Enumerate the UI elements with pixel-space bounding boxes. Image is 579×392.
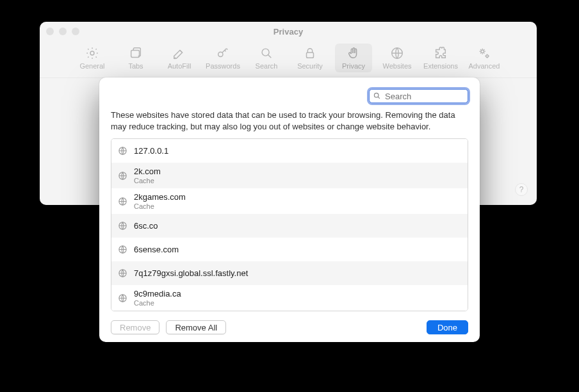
- website-row[interactable]: 6sense.com: [111, 238, 468, 261]
- globe-icon: [118, 197, 127, 206]
- svg-point-0: [90, 51, 94, 55]
- sheet-button-row: Remove Remove All Done: [111, 311, 468, 334]
- traffic-lights[interactable]: [46, 28, 79, 35]
- preferences-toolbar: General Tabs AutoFill Passwords: [40, 41, 537, 78]
- website-domain: 2kgames.com: [134, 192, 186, 202]
- website-row[interactable]: 2k.com Cache: [111, 163, 468, 188]
- website-domain: 6sc.co: [134, 221, 158, 231]
- zoom-dot[interactable]: [72, 28, 79, 35]
- tab-general[interactable]: General: [74, 44, 111, 72]
- website-data-sheet: These websites have stored data that can…: [99, 78, 480, 342]
- gears-icon: [477, 46, 491, 60]
- window-title: Privacy: [273, 27, 303, 37]
- search-field[interactable]: [369, 89, 468, 103]
- minimize-dot[interactable]: [59, 28, 67, 35]
- search-input[interactable]: [369, 89, 468, 103]
- remove-all-button[interactable]: Remove All: [166, 320, 226, 334]
- globe-icon: [118, 245, 127, 254]
- lock-icon: [303, 46, 317, 60]
- svg-rect-4: [307, 53, 314, 58]
- svg-point-3: [262, 49, 269, 56]
- website-row[interactable]: 127.0.0.1: [111, 139, 468, 163]
- website-detail: Cache: [134, 299, 181, 307]
- key-icon: [216, 46, 230, 60]
- puzzle-icon: [434, 46, 448, 60]
- search-icon: [259, 46, 273, 60]
- website-row[interactable]: 9c9media.ca Cache: [111, 285, 468, 311]
- website-domain: 2k.com: [134, 167, 161, 176]
- website-domain: 6sense.com: [134, 245, 179, 254]
- done-button[interactable]: Done: [427, 320, 468, 334]
- svg-point-2: [218, 52, 223, 56]
- tab-autofill[interactable]: AutoFill: [161, 44, 198, 72]
- website-row[interactable]: 6sc.co: [111, 214, 468, 238]
- website-row[interactable]: 2kgames.com Cache: [111, 188, 468, 214]
- website-detail: Cache: [134, 202, 186, 210]
- globe-icon: [118, 146, 127, 156]
- svg-point-8: [374, 93, 379, 97]
- website-domain: 7q1z79gxsi.global.ssl.fastly.net: [134, 268, 248, 278]
- remove-button[interactable]: Remove: [111, 320, 159, 334]
- search-icon: [373, 92, 381, 100]
- tab-security[interactable]: Security: [291, 44, 329, 72]
- globe-icon: [118, 293, 127, 303]
- gear-icon: [85, 46, 99, 60]
- help-button[interactable]: ?: [515, 183, 528, 196]
- svg-rect-1: [131, 50, 140, 57]
- svg-point-7: [486, 55, 489, 58]
- globe-icon: [118, 268, 127, 278]
- autofill-icon: [172, 46, 186, 60]
- titlebar: Privacy: [40, 22, 537, 41]
- website-row[interactable]: 7q1z79gxsi.global.ssl.fastly.net: [111, 261, 468, 285]
- website-domain: 127.0.0.1: [134, 146, 168, 156]
- website-detail: Cache: [134, 177, 161, 184]
- globe-icon: [390, 46, 404, 60]
- hand-icon: [347, 46, 361, 60]
- close-dot[interactable]: [46, 28, 54, 35]
- tab-tabs[interactable]: Tabs: [117, 44, 154, 72]
- tab-websites[interactable]: Websites: [379, 44, 416, 72]
- globe-icon: [118, 171, 127, 181]
- tabs-icon: [129, 46, 143, 60]
- tab-search[interactable]: Search: [248, 44, 285, 72]
- tab-extensions[interactable]: Extensions: [422, 44, 459, 72]
- website-data-list[interactable]: 127.0.0.1 2k.com Cache 2kgames.com Cache…: [111, 138, 468, 311]
- description-text: These websites have stored data that can…: [111, 110, 468, 132]
- website-domain: 9c9media.ca: [134, 289, 181, 298]
- tab-privacy[interactable]: Privacy: [335, 44, 372, 72]
- tab-passwords[interactable]: Passwords: [204, 44, 241, 72]
- svg-point-6: [481, 50, 484, 53]
- tab-advanced[interactable]: Advanced: [466, 44, 503, 72]
- globe-icon: [118, 221, 127, 231]
